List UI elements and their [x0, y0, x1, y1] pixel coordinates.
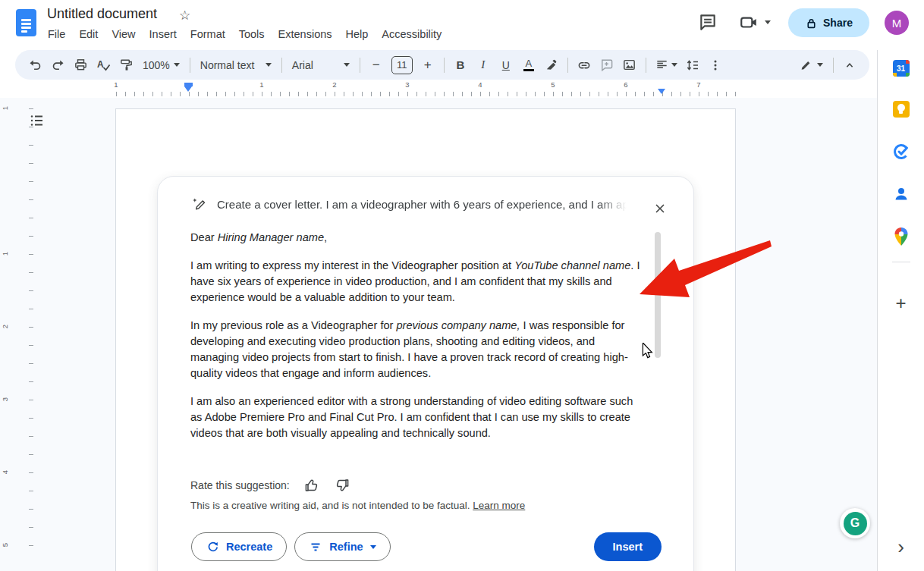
- line-spacing-icon[interactable]: [682, 55, 703, 76]
- increase-font-size-button[interactable]: +: [417, 55, 438, 76]
- close-icon[interactable]: [651, 199, 669, 218]
- print-icon[interactable]: [70, 55, 91, 76]
- pencil-sparkle-icon: [191, 196, 207, 212]
- redo-icon[interactable]: [47, 55, 68, 76]
- menu-format[interactable]: Format: [184, 26, 232, 42]
- document-title[interactable]: Untitled document: [47, 6, 157, 22]
- insert-image-icon[interactable]: [619, 55, 640, 76]
- get-addons-icon[interactable]: +: [895, 293, 906, 314]
- collapse-toolbar-icon[interactable]: [839, 55, 860, 76]
- dialog-paragraph: In my previous role as a Videographer fo…: [190, 318, 646, 381]
- prompt-text: Create a cover letter. I am a videograph…: [217, 198, 627, 211]
- highlight-color-icon[interactable]: [541, 55, 562, 76]
- disclaimer-text: This is a creative writing aid, and is n…: [190, 500, 646, 511]
- font-family-select[interactable]: Arial: [288, 55, 354, 76]
- google-keep-icon[interactable]: [892, 100, 910, 118]
- side-panel-divider: [892, 262, 910, 262]
- rate-label: Rate this suggestion:: [190, 479, 290, 491]
- hide-side-panel-icon[interactable]: ›: [897, 535, 904, 559]
- side-panel: 31 + ›: [877, 50, 924, 571]
- dialog-body-text: Dear Hiring Manager name,I am writing to…: [190, 230, 646, 453]
- insert-link-icon[interactable]: [574, 55, 595, 76]
- paint-format-icon[interactable]: [115, 55, 137, 76]
- google-calendar-icon[interactable]: 31: [892, 59, 910, 77]
- comments-icon[interactable]: [698, 12, 718, 32]
- svg-text:A: A: [97, 59, 104, 70]
- more-options-icon[interactable]: [705, 55, 726, 76]
- align-select[interactable]: [652, 55, 680, 76]
- menu-insert[interactable]: Insert: [143, 26, 184, 42]
- ruler-vertical-ticks: [29, 108, 33, 563]
- ruler-horizontal[interactable]: 11234567: [107, 80, 744, 97]
- dialog-paragraph: Dear Hiring Manager name,: [190, 230, 646, 246]
- google-tasks-icon[interactable]: [892, 143, 910, 161]
- bold-button[interactable]: B: [450, 55, 471, 76]
- share-label: Share: [823, 17, 853, 29]
- tune-icon: [309, 540, 322, 554]
- menu-view[interactable]: View: [105, 26, 142, 42]
- star-icon[interactable]: ☆: [179, 8, 190, 24]
- document-outline-icon[interactable]: [29, 112, 46, 129]
- account-avatar[interactable]: M: [885, 11, 909, 35]
- menu-help[interactable]: Help: [339, 26, 376, 42]
- thumb-up-icon[interactable]: [303, 477, 320, 494]
- zoom-select[interactable]: 100%: [138, 55, 184, 76]
- underline-button[interactable]: U: [495, 55, 517, 76]
- app-header: Untitled document ☆ FileEditViewInsertFo…: [0, 0, 924, 50]
- right-indent-marker[interactable]: [658, 89, 665, 94]
- spell-check-icon[interactable]: A: [93, 55, 114, 76]
- paragraph-style-select[interactable]: Normal text: [196, 55, 276, 76]
- rate-block: Rate this suggestion: This is a creative…: [190, 441, 646, 511]
- video-call-caret-icon[interactable]: [765, 20, 771, 24]
- dialog-paragraph: I am writing to express my interest in t…: [190, 258, 646, 306]
- menu-bar: FileEditViewInsertFormatToolsExtensionsH…: [41, 26, 448, 42]
- toolbar: A 100% Normal text Arial − 11 + B I U A: [15, 50, 869, 80]
- refine-caret-icon: [370, 545, 376, 549]
- dialog-paragraph: I am also an experienced editor with a s…: [190, 394, 646, 441]
- ruler-horizontal-ticks: [116, 92, 736, 96]
- refine-button[interactable]: Refine: [294, 532, 390, 561]
- grammarly-badge[interactable]: G: [840, 508, 870, 538]
- italic-button[interactable]: I: [473, 55, 494, 76]
- share-button[interactable]: Share: [788, 8, 869, 37]
- lock-icon: [805, 17, 818, 30]
- dialog-scrollbar[interactable]: [655, 232, 661, 358]
- decrease-font-size-button[interactable]: −: [366, 55, 387, 76]
- menu-accessibility[interactable]: Accessibility: [375, 26, 448, 42]
- menu-edit[interactable]: Edit: [72, 26, 105, 42]
- menu-extensions[interactable]: Extensions: [272, 26, 339, 42]
- learn-more-link[interactable]: Learn more: [473, 500, 525, 511]
- undo-icon[interactable]: [24, 55, 46, 76]
- google-docs-logo[interactable]: [16, 9, 36, 36]
- video-call-icon[interactable]: [739, 12, 771, 32]
- recreate-button[interactable]: Recreate: [191, 532, 287, 561]
- left-indent-marker[interactable]: [184, 86, 192, 92]
- editing-mode-select[interactable]: [794, 55, 828, 76]
- refresh-icon: [206, 540, 219, 554]
- font-size-input[interactable]: 11: [391, 56, 413, 74]
- menu-file[interactable]: File: [41, 26, 72, 42]
- add-comment-icon[interactable]: [596, 55, 618, 76]
- text-color-button[interactable]: A: [518, 55, 539, 76]
- insert-button[interactable]: Insert: [594, 532, 662, 561]
- google-contacts-icon[interactable]: [892, 185, 910, 203]
- ruler-vertical[interactable]: 112345: [0, 99, 35, 571]
- help-me-write-dialog: Create a cover letter. I am a videograph…: [157, 176, 694, 571]
- thumb-down-icon[interactable]: [334, 477, 350, 494]
- google-maps-icon[interactable]: [892, 227, 910, 246]
- menu-tools[interactable]: Tools: [232, 26, 272, 42]
